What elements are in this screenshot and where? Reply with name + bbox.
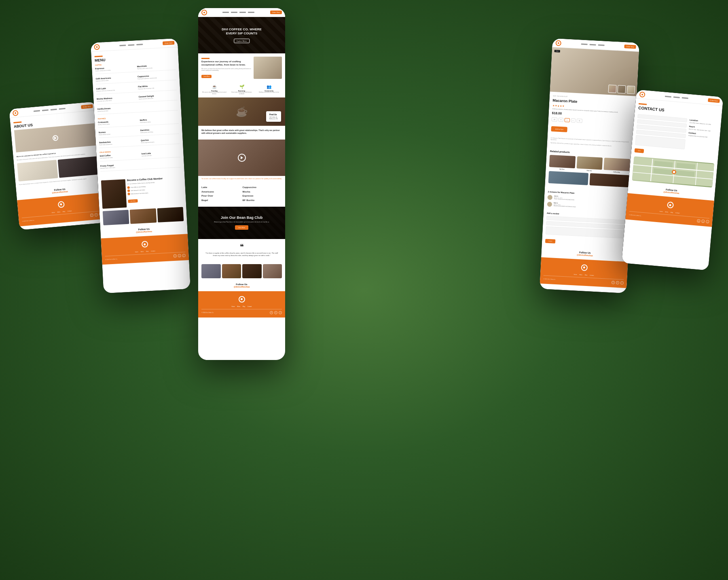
ig-icon-menu: i <box>184 254 184 256</box>
social-fb-menu[interactable]: f <box>174 254 177 258</box>
related-item-2: Plate Set <box>576 156 603 172</box>
social-ig-contact[interactable]: i <box>706 220 709 224</box>
footer-contact-contact[interactable]: Contact <box>675 212 680 214</box>
social-ig-product[interactable]: i <box>620 281 624 284</box>
footer-home-contact[interactable]: Home <box>659 211 662 213</box>
product-footer: Home Menu Blog Contact © 2024 Divi Coffe… <box>540 257 628 288</box>
footer-logo-dot <box>60 203 62 205</box>
social-ig-menu[interactable]: i <box>182 254 186 257</box>
join-club-btn[interactable]: Join Now <box>235 225 248 230</box>
social-fb-contact[interactable]: f <box>697 219 700 223</box>
gallery-img-2 <box>222 264 241 278</box>
add-to-cart-btn[interactable]: Add to Cart <box>551 126 567 132</box>
orange-accent-menu <box>95 56 103 57</box>
related-img-2[interactable] <box>576 156 603 169</box>
footer-menu-product[interactable]: Menu <box>579 274 582 275</box>
star-1: ★ <box>552 104 554 107</box>
footer-logo-center <box>239 296 245 303</box>
social-tw-about[interactable]: t <box>95 213 98 217</box>
fb-icon: f <box>91 214 92 216</box>
intro-body: We source our beans from the finest farm… <box>201 68 251 71</box>
footer-menu-center[interactable]: Menu <box>237 306 241 307</box>
footer-links-center: Home Menu Blog Contact <box>201 306 282 307</box>
product-thumb-2[interactable] <box>617 85 626 93</box>
benefit-text-2: 10% discount on all orders <box>131 189 145 192</box>
find-us-city: Melbourne VIC <box>269 118 278 120</box>
footer-link-home[interactable]: Home <box>51 212 55 214</box>
hero-cta-btn[interactable]: Explore Menu <box>234 38 250 43</box>
orange-accent-1 <box>13 121 21 123</box>
partner-play-btn[interactable] <box>238 154 246 162</box>
nav-order-btn[interactable]: Order Now <box>81 104 93 109</box>
footer-blog-product[interactable]: Blog <box>585 274 587 276</box>
nav-order-btn-contact[interactable]: Order Now <box>708 98 720 103</box>
device-center: Order Now DIVI COFFEE CO. WHERE EVERY SI… <box>198 8 285 360</box>
footer-menu-contact[interactable]: Menu <box>665 211 668 213</box>
social-fb-about[interactable]: f <box>90 214 94 217</box>
related-products: Related products Flat Prev Plate Set Cof… <box>545 146 634 191</box>
trusting-desc: We source only the finest beans from tru… <box>201 92 227 95</box>
social-fb-center[interactable]: f <box>270 311 273 314</box>
nav-order-btn-product[interactable]: Order Now <box>624 44 636 49</box>
footer-home-center[interactable]: Home <box>232 306 235 307</box>
menu-list-cols: Latte Americano Pour Over Bagel Cappucci… <box>201 185 282 203</box>
size-s[interactable]: S <box>559 118 564 122</box>
social-fb-product[interactable]: f <box>612 281 615 284</box>
footer-link-contact-menu[interactable]: Contact <box>151 250 155 252</box>
intro-cta-btn[interactable]: Learn More <box>201 75 212 78</box>
footer-social-menu: f t i <box>174 254 186 258</box>
menu-bottom-images <box>103 207 184 225</box>
footer-link-blog[interactable]: Blog <box>63 211 65 213</box>
related-img-5[interactable] <box>589 173 629 187</box>
footer-blog-center[interactable]: Blog <box>243 306 245 307</box>
join-now-btn[interactable]: Join Now <box>128 199 138 203</box>
related-img-4[interactable] <box>548 171 588 185</box>
footer-contact-product[interactable]: Contact <box>590 274 594 276</box>
star-2: ★ <box>555 104 557 107</box>
product-thumb-3[interactable] <box>626 86 635 94</box>
footer-link-menu[interactable]: Menu <box>57 211 60 213</box>
footer-contact-center[interactable]: Contact <box>248 306 252 307</box>
center-follow-handle[interactable]: @divicoffeeshaa <box>198 286 285 288</box>
join-club-section: Join Our Bean Bag Club Whatever type of … <box>198 207 285 239</box>
nav-link-p2 <box>589 44 596 46</box>
reviewer-info-2: Mark S. April 5, 2023 Beautiful presenta… <box>554 202 628 210</box>
social-tw-menu[interactable]: t <box>178 254 181 257</box>
coffee-wide-section: ☕ Find Us 123 Coffee St. Melbourne VIC <box>198 97 285 126</box>
nav-links-center <box>222 12 254 13</box>
benefit-icon-3: ✓ <box>127 193 130 195</box>
social-tw-center[interactable]: t <box>274 311 277 314</box>
about-play-btn[interactable] <box>52 135 58 141</box>
nav-order-btn-menu[interactable]: Order Now <box>163 41 175 45</box>
device-contact: Order Now CONTACT US Send Location <box>622 89 724 270</box>
menu-item-mocha: Mocha Madness Chocolate and coffee blend… <box>97 93 178 104</box>
social-tw-contact[interactable]: t <box>701 220 705 223</box>
size-xl[interactable]: XL <box>577 119 582 123</box>
hero-text-block: DIVI COFFEE CO. WHERE EVERY SIP COUNTS E… <box>220 28 264 43</box>
related-grid-row1: Flat Prev Plate Set Coffee Mug <box>549 155 630 174</box>
nav-logo-menu <box>94 44 100 50</box>
related-item-3: Coffee Mug <box>604 158 630 174</box>
footer-home-product[interactable]: Home <box>574 273 577 275</box>
size-xs[interactable]: XS <box>552 117 558 122</box>
fb-icon-p: f <box>613 282 614 284</box>
ig-icon-c: i <box>280 311 280 313</box>
social-ig-center[interactable]: i <box>279 311 282 314</box>
footer-link-blog-menu[interactable]: Blog <box>146 250 148 252</box>
footer-link-menu-menu[interactable]: Menu <box>141 251 144 252</box>
submit-review-btn[interactable]: Submit <box>545 239 556 243</box>
footer-link-contact[interactable]: Contact <box>68 210 72 212</box>
footer-copy-contact: © 2024 Divi Coffee Co. <box>629 214 641 217</box>
related-img-1[interactable] <box>549 155 576 168</box>
nav-order-btn-center[interactable]: Order Now <box>270 11 282 14</box>
footer-link-home-menu[interactable]: Home <box>135 251 138 253</box>
size-l[interactable]: L <box>571 119 576 123</box>
contact-submit-btn[interactable]: Send <box>635 148 644 153</box>
size-m[interactable]: M <box>565 118 570 123</box>
social-tw-product[interactable]: t <box>616 281 619 284</box>
product-thumb-1[interactable] <box>608 85 617 93</box>
hero-title: DIVI COFFEE CO. WHERE EVERY SIP COUNTS <box>220 28 264 36</box>
footer-blog-contact[interactable]: Blog <box>671 212 673 214</box>
related-img-3[interactable] <box>604 158 630 171</box>
product-hero: SALE <box>550 47 639 96</box>
